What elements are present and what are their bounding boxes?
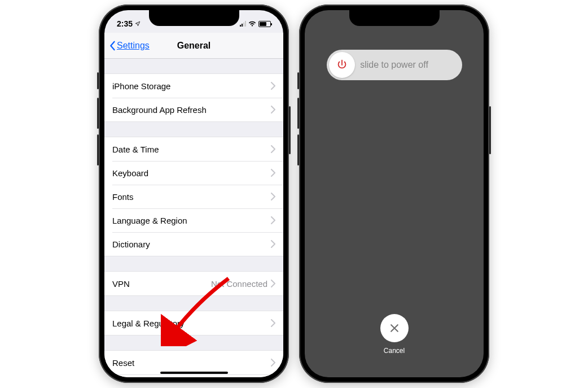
row-value: Not Connected [211, 279, 267, 289]
settings-group: Date & Time Keyboard Fonts Language & Re… [104, 137, 283, 256]
row-iphone-storage[interactable]: iPhone Storage [104, 74, 283, 98]
status-time: 2:35 [117, 19, 133, 28]
screen-power-off: slide to power off Cancel [305, 10, 484, 377]
row-background-app-refresh[interactable]: Background App Refresh [104, 98, 283, 121]
wifi-icon [248, 21, 256, 27]
volume-down-button[interactable] [97, 134, 99, 165]
phone-frame-left: 2:35 Settings General [99, 5, 289, 383]
row-shut-down[interactable]: Shut Down [104, 374, 283, 377]
battery-icon [258, 21, 271, 27]
slide-label: slide to power off [327, 60, 462, 70]
row-label: iPhone Storage [112, 81, 271, 91]
notch [149, 10, 239, 26]
volume-up-button[interactable] [97, 98, 99, 129]
row-label: VPN [112, 279, 211, 289]
row-dictionary[interactable]: Dictionary [104, 232, 283, 256]
settings-group: VPN Not Connected [104, 271, 283, 296]
row-label: Background App Refresh [112, 105, 271, 115]
mute-switch[interactable] [97, 72, 99, 89]
screen-settings-general: 2:35 Settings General [104, 10, 283, 377]
phone-frame-right: slide to power off Cancel [299, 5, 489, 383]
back-label: Settings [117, 41, 150, 51]
row-label: Dictionary [112, 239, 271, 249]
cancel-button[interactable] [380, 314, 409, 342]
nav-bar: Settings General [104, 33, 283, 59]
row-fonts[interactable]: Fonts [104, 185, 283, 208]
row-vpn[interactable]: VPN Not Connected [104, 272, 283, 295]
settings-group: iPhone Storage Background App Refresh [104, 73, 283, 122]
cellular-signal-icon [240, 21, 246, 27]
row-label: Language & Region [112, 216, 271, 225]
settings-group: Legal & Regulatory [104, 311, 283, 335]
chevron-right-icon [271, 359, 275, 367]
cancel-label: Cancel [384, 347, 405, 355]
chevron-right-icon [271, 106, 275, 114]
volume-down-button[interactable] [297, 134, 299, 165]
chevron-right-icon [271, 82, 275, 90]
row-label: Date & Time [112, 145, 271, 154]
row-date-time[interactable]: Date & Time [104, 137, 283, 161]
chevron-right-icon [271, 319, 275, 327]
close-icon [389, 322, 400, 334]
notch [349, 10, 440, 26]
chevron-right-icon [271, 193, 275, 200]
row-label: Keyboard [112, 168, 271, 178]
slide-to-power-off[interactable]: slide to power off [327, 50, 462, 80]
mute-switch[interactable] [297, 72, 299, 89]
chevron-right-icon [271, 169, 275, 177]
settings-list[interactable]: iPhone Storage Background App Refresh Da… [104, 73, 283, 377]
location-icon [135, 21, 141, 27]
chevron-right-icon [271, 216, 275, 224]
chevron-right-icon [271, 240, 275, 248]
chevron-right-icon [271, 280, 275, 287]
row-label: Fonts [112, 192, 271, 202]
power-slider-container: slide to power off [327, 50, 462, 80]
chevron-right-icon [271, 145, 275, 153]
row-label: Legal & Regulatory [112, 319, 271, 328]
cancel-container: Cancel [380, 314, 409, 355]
chevron-left-icon [109, 41, 116, 51]
volume-up-button[interactable] [297, 98, 299, 129]
row-legal-regulatory[interactable]: Legal & Regulatory [104, 311, 283, 335]
back-button[interactable]: Settings [109, 33, 150, 58]
nav-title: General [177, 41, 211, 51]
side-power-button[interactable] [289, 106, 291, 154]
row-language-region[interactable]: Language & Region [104, 208, 283, 232]
row-reset[interactable]: Reset [104, 351, 283, 374]
side-power-button[interactable] [489, 106, 491, 154]
row-label: Reset [112, 358, 271, 368]
home-indicator[interactable] [160, 372, 228, 374]
row-keyboard[interactable]: Keyboard [104, 161, 283, 185]
